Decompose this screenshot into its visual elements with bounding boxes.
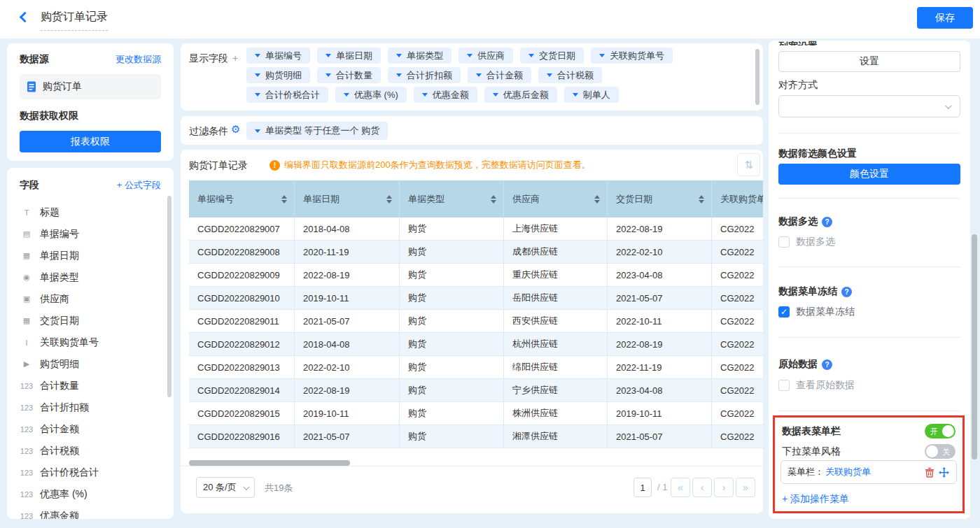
next-page-button[interactable]: › — [714, 478, 734, 497]
table-cell: CGDD20220829008 — [189, 241, 295, 263]
add-formula-field-link[interactable]: + 公式字段 — [117, 179, 161, 192]
move-icon[interactable] — [937, 466, 950, 478]
save-button[interactable]: 保存 — [917, 7, 973, 29]
column-header[interactable]: 单据类型 — [400, 180, 504, 217]
field-item[interactable]: ◉单据类型 — [20, 266, 161, 288]
multi-select-checkbox[interactable]: 数据多选 — [778, 236, 835, 248]
menu-bar-toggle[interactable]: 开 — [925, 424, 955, 438]
sort-order-button[interactable]: ⇅ — [737, 153, 760, 176]
column-header[interactable]: 单据日期 — [295, 180, 400, 217]
sort-arrows-icon[interactable] — [491, 195, 496, 204]
display-field-chip[interactable]: 合计税额 — [538, 67, 602, 83]
table-row[interactable]: CGDD202208290072018-04-08购货上海供应链2022-08-… — [189, 217, 763, 241]
display-field-chip[interactable]: 单据日期 — [317, 48, 381, 64]
display-field-chip[interactable]: 合计价税合计 — [246, 87, 328, 103]
field-item[interactable]: T标题 — [20, 201, 161, 223]
table-row[interactable]: CGDD202208290142022-08-19购货宁乡供应链2023-04-… — [189, 379, 763, 402]
divider — [778, 133, 960, 134]
display-fields-scrollbar[interactable] — [755, 49, 760, 105]
display-field-chip[interactable]: 关联购货单号 — [591, 48, 673, 64]
toggle-knob — [926, 445, 938, 457]
table-cell: 2021-05-07 — [608, 287, 712, 309]
table-cell: 2019-10-11 — [295, 287, 400, 309]
gear-icon[interactable]: ⚙ — [231, 124, 240, 134]
table-row[interactable]: CGDD202208290122018-04-08购货杭州供应链2022-08-… — [189, 333, 763, 356]
page-size-select[interactable]: 20 条/页 — [196, 477, 255, 498]
chip-label: 合计折扣额 — [407, 69, 452, 82]
display-field-chip[interactable]: 合计数量 — [317, 67, 381, 83]
change-datasource-link[interactable]: 更改数据源 — [115, 53, 161, 66]
menu-item-link[interactable]: 关联购货单 — [825, 466, 922, 478]
add-display-field-button[interactable]: + — [232, 52, 238, 64]
display-field-chip[interactable]: 优惠率 (%) — [335, 87, 407, 103]
back-icon[interactable] — [20, 12, 31, 23]
column-header[interactable]: 供应商 — [504, 180, 608, 217]
table-card: 购货订单记录 ! 编辑界面只取数据源前200条作为查询数据预览，完整数据请访问页… — [181, 150, 763, 513]
field-item[interactable]: 123合计金额 — [20, 418, 161, 440]
field-item[interactable]: ▤单据编号 — [20, 223, 161, 245]
table-row[interactable]: CGDD202208290152019-10-11购货株洲供应链2019-10-… — [189, 402, 763, 425]
first-page-button[interactable]: « — [671, 478, 690, 497]
display-field-chip[interactable]: 制单人 — [564, 87, 619, 103]
table-row[interactable]: CGDD202208290082020-11-19购货成都供应链2022-02-… — [189, 241, 763, 264]
table-cell: 2022-08-19 — [295, 379, 400, 401]
display-field-chip[interactable]: 交货日期 — [520, 48, 584, 64]
column-header[interactable]: 交货日期 — [608, 180, 712, 217]
display-field-chip[interactable]: 合计折扣额 — [388, 67, 461, 83]
display-field-chip[interactable]: 合计金额 — [468, 67, 531, 83]
field-item[interactable]: 123合计价税合计 — [20, 462, 161, 483]
table-row[interactable]: CGDD202208290102019-10-11购货岳阳供应链2021-05-… — [189, 287, 763, 310]
fields-scrollbar[interactable] — [167, 196, 172, 397]
help-icon[interactable]: ? — [841, 287, 852, 297]
display-field-chip[interactable]: 供应商 — [458, 48, 513, 64]
field-item[interactable]: ▦交货日期 — [20, 310, 161, 331]
app-root: 购货订单记录 保存 数据源 更改数据源 购货订单 数据获取权限 报表权限 字段 … — [0, 0, 980, 528]
table-cell: 2022-02-10 — [608, 241, 712, 263]
dropdown-style-toggle[interactable]: 关 — [925, 444, 955, 459]
align-select[interactable] — [778, 95, 960, 117]
raw-data-checkbox[interactable]: 查看原始数据 — [778, 379, 855, 392]
prev-page-button[interactable]: ‹ — [692, 478, 712, 497]
field-item[interactable]: 123合计折扣额 — [20, 397, 161, 418]
horizontal-scrollbar[interactable] — [189, 460, 350, 466]
trash-icon[interactable] — [923, 466, 936, 478]
table-row[interactable]: CGDD202208290132022-02-10购货绵阳供应链2022-11-… — [189, 356, 763, 379]
datasource-item[interactable]: 购货订单 — [20, 74, 161, 99]
table-row[interactable]: CGDD202208290162021-05-07购货湘潭供应链2021-05-… — [189, 425, 763, 448]
field-item[interactable]: ▶购货明细 — [20, 353, 161, 375]
display-field-chip[interactable]: 购货明细 — [246, 67, 310, 83]
page-number-input[interactable]: 1 — [634, 478, 652, 497]
column-header[interactable]: 单据编号 — [189, 180, 295, 217]
table-row[interactable]: CGDD202208290112021-05-07购货西安供应链2022-10-… — [189, 310, 763, 333]
window-scrollbar[interactable] — [972, 234, 977, 459]
field-item[interactable]: 123优惠率 (%) — [20, 483, 161, 505]
help-icon[interactable]: ? — [822, 217, 832, 227]
color-setup-button[interactable]: 颜色设置 — [778, 164, 960, 185]
sort-arrows-icon[interactable] — [386, 195, 392, 204]
field-item[interactable]: 123合计税额 — [20, 440, 161, 462]
field-item[interactable]: ▣供应商 — [20, 288, 161, 310]
field-item[interactable]: 123优惠金额 — [20, 505, 161, 519]
field-item[interactable]: ▦单据日期 — [20, 245, 161, 266]
chevron-down-icon — [396, 54, 402, 57]
add-action-menu-link[interactable]: + 添加操作菜单 — [782, 493, 849, 506]
help-icon[interactable]: ? — [822, 359, 832, 370]
last-page-button[interactable]: » — [736, 478, 755, 497]
display-field-chip[interactable]: 优惠金额 — [414, 87, 477, 103]
sort-arrows-icon[interactable] — [699, 195, 704, 204]
display-field-chip[interactable]: 优惠后金额 — [484, 87, 557, 103]
filter-condition-chip[interactable]: 单据类型 等于任意一个 购货 — [246, 122, 388, 140]
report-permission-button[interactable]: 报表权限 — [20, 131, 161, 152]
field-item[interactable]: 123合计数量 — [20, 375, 161, 397]
menu-freeze-checkbox[interactable]: ✓ 数据菜单冻结 — [778, 306, 855, 318]
chip-label: 合计价税合计 — [265, 89, 320, 101]
setup-button[interactable]: 设置 — [778, 51, 960, 72]
sort-arrows-icon[interactable] — [281, 195, 287, 204]
table-cell: 购货 — [400, 356, 504, 378]
column-header[interactable]: 关联购货单号 — [712, 180, 763, 217]
field-item[interactable]: I关联购货单号 — [20, 331, 161, 353]
display-field-chip[interactable]: 单据编号 — [246, 48, 310, 64]
sort-arrows-icon[interactable] — [594, 195, 600, 204]
display-field-chip[interactable]: 单据类型 — [388, 48, 451, 64]
table-row[interactable]: CGDD202208290092022-08-19购货重庆供应链2023-04-… — [189, 264, 763, 287]
